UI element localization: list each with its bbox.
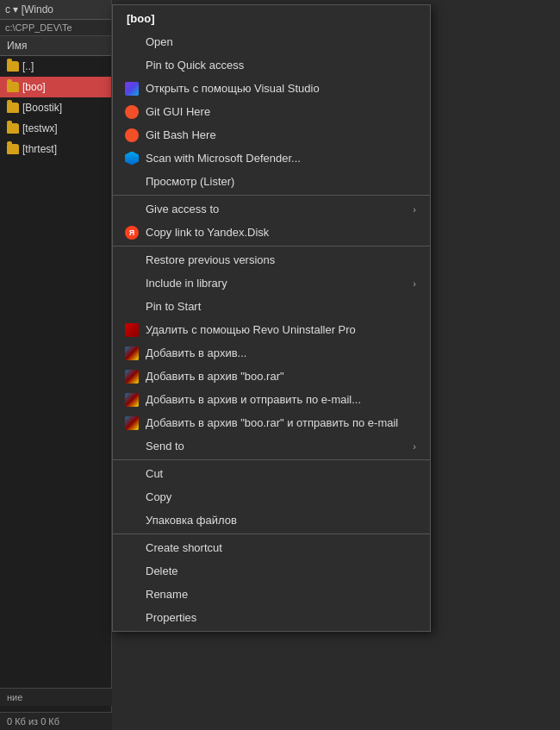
cm-item-open[interactable]: Open bbox=[113, 30, 430, 53]
cm-label-git-gui: Git GUI Here bbox=[146, 105, 210, 118]
fm-item-boo[interactable]: [boo] bbox=[0, 77, 111, 97]
cm-label-open: Open bbox=[146, 35, 173, 48]
cm-label-lister: Просмотр (Lister) bbox=[146, 175, 234, 188]
cm-label-add-boo-send: Добавить в архив "boo.rar" и отправить п… bbox=[146, 416, 398, 429]
cm-label-rename: Rename bbox=[146, 588, 188, 601]
cm-item-add-archive[interactable]: Добавить в архив... bbox=[113, 341, 430, 365]
fm-column-header: Имя bbox=[0, 36, 111, 56]
file-manager-panel: c ▾ [Windo c:\CPP_DEV\Te Имя [..] [boo] … bbox=[0, 0, 112, 730]
cm-item-send-to[interactable]: Send to› bbox=[113, 434, 430, 458]
context-menu-title: [boo] bbox=[113, 7, 430, 30]
cm-label-give-access: Give access to bbox=[146, 203, 219, 215]
cm-item-add-boo-rar[interactable]: Добавить в архив "boo.rar" bbox=[113, 365, 430, 388]
winrar-icon bbox=[123, 391, 140, 409]
cm-item-cut[interactable]: Cut bbox=[113, 462, 430, 485]
fm-item-testwx[interactable]: [testwx] bbox=[0, 118, 111, 139]
menu-separator bbox=[113, 195, 430, 196]
cm-item-git-gui[interactable]: Git GUI Here bbox=[113, 100, 430, 123]
cm-label-add-send-email: Добавить в архив и отправить по e-mail..… bbox=[146, 393, 361, 406]
cm-label-pin-start: Pin to Start bbox=[146, 300, 201, 313]
cm-item-defender[interactable]: Scan with Microsoft Defender... bbox=[113, 147, 430, 170]
cm-item-create-shortcut[interactable]: Create shortcut bbox=[113, 536, 430, 559]
cm-item-copy[interactable]: Copy bbox=[113, 485, 430, 509]
cm-item-yandex[interactable]: ЯCopy link to Yandex.Disk bbox=[113, 221, 430, 244]
context-menu: [boo] OpenPin to Quick accessОткрыть с п… bbox=[112, 4, 431, 632]
cm-label-add-boo-rar: Добавить в архив "boo.rar" bbox=[146, 370, 284, 383]
folder-icon bbox=[7, 144, 19, 154]
cm-label-include-library: Include in library bbox=[146, 277, 227, 290]
cm-item-add-boo-send[interactable]: Добавить в архив "boo.rar" и отправить п… bbox=[113, 411, 430, 434]
fm-path: c:\CPP_DEV\Te bbox=[0, 20, 111, 36]
cm-label-send-to: Send to bbox=[146, 440, 184, 452]
submenu-arrow-icon: › bbox=[413, 278, 416, 289]
cm-label-defender: Scan with Microsoft Defender... bbox=[146, 152, 301, 165]
cm-item-pin-start[interactable]: Pin to Start bbox=[113, 295, 430, 318]
defender-icon bbox=[123, 150, 140, 167]
submenu-arrow-icon: › bbox=[413, 204, 416, 215]
cm-item-rename[interactable]: Rename bbox=[113, 583, 430, 606]
cm-item-lister[interactable]: Просмотр (Lister) bbox=[113, 170, 430, 193]
winrar-icon bbox=[123, 345, 140, 362]
winrar-icon bbox=[123, 415, 140, 432]
fm-item-boostik[interactable]: [Boostik] bbox=[0, 97, 111, 118]
cm-label-properties: Properties bbox=[146, 611, 196, 624]
menu-separator bbox=[113, 533, 430, 534]
cm-item-unpack[interactable]: Упаковка файлов bbox=[113, 509, 430, 532]
cm-item-restore[interactable]: Restore previous versions bbox=[113, 248, 430, 271]
cm-label-pin-quick: Pin to Quick access bbox=[146, 59, 244, 72]
submenu-arrow-icon: › bbox=[413, 441, 416, 452]
folder-icon bbox=[7, 82, 19, 92]
cm-item-revo[interactable]: Удалить с помощью Revo Uninstaller Pro bbox=[113, 318, 430, 341]
fm-status: 0 Кб из 0 Кб bbox=[0, 712, 112, 730]
git-gui-icon bbox=[123, 103, 140, 121]
cm-label-cut: Cut bbox=[146, 467, 163, 480]
fm-item-dotdot[interactable]: [..] bbox=[0, 56, 111, 77]
cm-item-give-access[interactable]: Give access to› bbox=[113, 197, 430, 221]
revo-icon bbox=[123, 321, 140, 339]
cm-label-git-bash: Git Bash Here bbox=[146, 128, 216, 141]
cm-label-delete: Delete bbox=[146, 565, 178, 577]
cm-item-git-bash[interactable]: Git Bash Here bbox=[113, 123, 430, 147]
cm-item-delete[interactable]: Delete bbox=[113, 559, 430, 583]
fm-bottom-label: ние bbox=[0, 688, 112, 706]
cm-label-open-vs: Открыть с помощью Visual Studio bbox=[146, 82, 320, 95]
cm-item-open-vs[interactable]: Открыть с помощью Visual Studio bbox=[113, 77, 430, 100]
cm-item-properties[interactable]: Properties bbox=[113, 606, 430, 629]
folder-icon bbox=[7, 123, 19, 134]
cm-label-revo: Удалить с помощью Revo Uninstaller Pro bbox=[146, 323, 356, 336]
cm-item-include-library[interactable]: Include in library› bbox=[113, 271, 430, 295]
cm-label-restore: Restore previous versions bbox=[146, 253, 275, 266]
winrar-icon bbox=[123, 368, 140, 385]
folder-icon bbox=[7, 61, 19, 72]
cm-label-yandex: Copy link to Yandex.Disk bbox=[146, 226, 269, 239]
menu-separator bbox=[113, 246, 430, 246]
fm-item-thrtest[interactable]: [thrtest] bbox=[0, 139, 111, 159]
git-bash-icon bbox=[123, 127, 140, 144]
cm-label-create-shortcut: Create shortcut bbox=[146, 541, 222, 554]
menu-separator bbox=[113, 459, 430, 460]
cm-label-unpack: Упаковка файлов bbox=[146, 514, 237, 527]
fm-header: c ▾ [Windo bbox=[0, 0, 111, 20]
cm-label-copy: Copy bbox=[146, 490, 171, 503]
vs-icon bbox=[123, 80, 140, 97]
cm-label-add-archive: Добавить в архив... bbox=[146, 346, 246, 359]
yandex-icon: Я bbox=[123, 224, 140, 241]
cm-item-pin-quick[interactable]: Pin to Quick access bbox=[113, 53, 430, 77]
cm-item-add-send-email[interactable]: Добавить в архив и отправить по e-mail..… bbox=[113, 388, 430, 411]
folder-icon bbox=[7, 103, 19, 113]
